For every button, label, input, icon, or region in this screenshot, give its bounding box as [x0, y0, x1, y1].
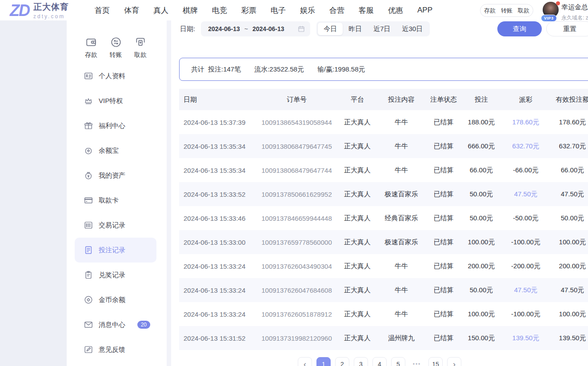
cell-valid-bet: 47.50元: [548, 190, 588, 199]
cell-valid-bet: 200.00元: [548, 262, 588, 271]
sidebar-item-my-assets[interactable]: 我的资产: [75, 163, 156, 188]
sidebar-item-redeem-records[interactable]: 兑奖记录: [75, 263, 156, 287]
bank-card-icon: [84, 195, 93, 205]
cell-valid-bet: 632.70元: [548, 142, 588, 151]
date-filter-label: 日期:: [180, 25, 195, 33]
range-30days-button[interactable]: 近30日: [396, 23, 429, 35]
page-button-5[interactable]: 5: [391, 357, 405, 366]
feedback-edit-icon: [84, 345, 93, 354]
page-button-1[interactable]: 1: [316, 357, 331, 366]
page-button-3[interactable]: 3: [354, 357, 368, 366]
quick-action-label: 转账: [110, 51, 122, 59]
main-content: 日期: 2024-06-13 ~ 2024-06-13 今日 昨日 近7日 近3…: [171, 20, 588, 366]
calendar-icon[interactable]: [298, 25, 305, 32]
col-header-platform: 平台: [340, 95, 375, 104]
cell-platform: 正大真人: [340, 190, 375, 199]
withdraw-link[interactable]: 取款: [518, 7, 529, 15]
cell-platform: 正大真人: [340, 310, 375, 318]
range-7days-button[interactable]: 近7日: [368, 23, 396, 35]
cell-payout: 47.50元: [504, 190, 548, 199]
sidebar-item-bet-records[interactable]: 投注记录: [75, 238, 156, 263]
cell-bet: 150.00元: [459, 334, 504, 342]
envelope-icon: [84, 320, 93, 330]
sidebar-item-vip[interactable]: VIP特权: [75, 88, 156, 113]
col-header-content: 投注内容: [375, 95, 428, 104]
quick-range-group: 今日 昨日 近7日 近30日: [316, 21, 430, 36]
table-row: 2024-06-13 15:33:46 1009137846659944448 …: [179, 206, 588, 230]
cell-date: 2024-06-13 15:37:39: [179, 119, 253, 126]
date-to-value: 2024-06-13: [252, 25, 284, 32]
sidebar-menu: 个人资料 VIP特权 福利中心 余额宝 我的资产 取款卡 交易记录 投注记录: [67, 64, 167, 362]
sidebar-item-rewards-center[interactable]: 福利中心: [75, 113, 156, 138]
range-yesterday-button[interactable]: 昨日: [343, 23, 368, 35]
transfer-link[interactable]: 转账: [501, 7, 512, 15]
cell-content: 牛牛: [375, 142, 428, 151]
nav-item-home[interactable]: 首页: [95, 5, 110, 16]
cell-payout: -50.00元: [504, 214, 548, 223]
cell-status: 已结算: [428, 190, 459, 199]
date-separator: ~: [244, 25, 248, 32]
prev-page-button[interactable]: ‹: [298, 357, 312, 366]
nav-item-live[interactable]: 真人: [153, 5, 168, 16]
deposit-link[interactable]: 存款: [484, 7, 496, 15]
cell-content: 牛牛: [375, 166, 428, 175]
cell-payout: 632.70元: [504, 142, 548, 151]
sidebar-item-coin-balance[interactable]: 金币余额: [75, 287, 156, 312]
cell-payout: -200.00元: [504, 262, 548, 271]
range-today-button[interactable]: 今日: [318, 23, 343, 35]
next-page-button[interactable]: ›: [447, 357, 461, 366]
cell-date: 2024-06-13 15:35:34: [179, 167, 253, 174]
wallet-actions-pill: 存款 转账 取款: [480, 4, 533, 17]
pagination: ‹ 1 2 3 4 5 ••• 15 ›: [171, 357, 588, 366]
col-header-payout: 派彩: [504, 95, 548, 104]
table-row: 2024-06-13 15:33:00 1009137659778560000 …: [179, 230, 588, 254]
cell-valid-bet: 100.00元: [548, 238, 588, 247]
nav-item-sports[interactable]: 体育: [124, 5, 139, 16]
user-avatar[interactable]: VIP3: [543, 2, 560, 20]
search-button[interactable]: 查询: [497, 21, 542, 36]
nav-item-support[interactable]: 客服: [359, 5, 374, 16]
page-button-15[interactable]: 15: [428, 357, 443, 366]
nav-item-app[interactable]: APP: [417, 6, 432, 15]
cell-valid-bet: 178.60元: [548, 118, 588, 127]
cell-valid-bet: 47.50元: [548, 286, 588, 294]
cell-order: 1009138068479647744: [253, 167, 340, 174]
nav-item-slots[interactable]: 电子: [271, 5, 286, 16]
brand-logo[interactable]: ZD 正大体育 zdty.com: [10, 1, 69, 20]
col-header-valid-bet: 有效投注额: [548, 95, 588, 104]
nav-item-entertainment[interactable]: 娱乐: [300, 5, 315, 16]
quick-action-transfer[interactable]: 转账: [105, 36, 127, 59]
cell-order: 1009138654319058944: [253, 119, 340, 126]
cell-bet: 50.00元: [459, 214, 504, 223]
cell-valid-bet: 139.50元: [548, 334, 588, 342]
cell-platform: 正大真人: [340, 142, 375, 151]
cell-platform: 正大真人: [340, 118, 375, 127]
cell-status: 已结算: [428, 262, 459, 271]
sidebar-item-withdraw-card[interactable]: 取款卡: [75, 188, 156, 213]
nav-item-cards[interactable]: 棋牌: [183, 5, 198, 16]
date-range-input[interactable]: 2024-06-13 ~ 2024-06-13: [201, 21, 310, 36]
cell-bet: 66.00元: [459, 166, 504, 175]
sidebar-item-feedback[interactable]: 意见反馈: [75, 337, 156, 362]
quick-action-withdraw[interactable]: 取款: [129, 36, 152, 59]
sidebar-item-profile[interactable]: 个人资料: [75, 64, 156, 88]
cell-status: 已结算: [428, 286, 459, 294]
sidebar-item-transaction-records[interactable]: 交易记录: [75, 213, 156, 238]
cell-bet: 50.00元: [459, 190, 504, 199]
cell-payout: -100.00元: [504, 238, 548, 247]
nav-item-esports[interactable]: 电竞: [212, 5, 227, 16]
page-button-2[interactable]: 2: [335, 357, 349, 366]
page-button-4[interactable]: 4: [372, 357, 387, 366]
cell-platform: 正大真人: [340, 166, 375, 175]
nav-item-lottery[interactable]: 彩票: [241, 5, 256, 16]
sidebar-item-message-center[interactable]: 消息中心 20: [75, 312, 156, 337]
reset-button[interactable]: 重置: [546, 21, 588, 36]
unread-count-badge: 20: [137, 321, 150, 329]
sidebar-item-yuebao[interactable]: 余额宝: [75, 138, 156, 163]
quick-action-deposit[interactable]: 存款: [80, 36, 102, 59]
nav-item-promo[interactable]: 优惠: [388, 5, 403, 16]
cell-status: 已结算: [428, 214, 459, 223]
cell-order: 1009137850661629952: [253, 191, 340, 198]
nav-item-partnership[interactable]: 合营: [329, 5, 344, 16]
cell-date: 2024-06-13 15:33:24: [179, 263, 253, 270]
